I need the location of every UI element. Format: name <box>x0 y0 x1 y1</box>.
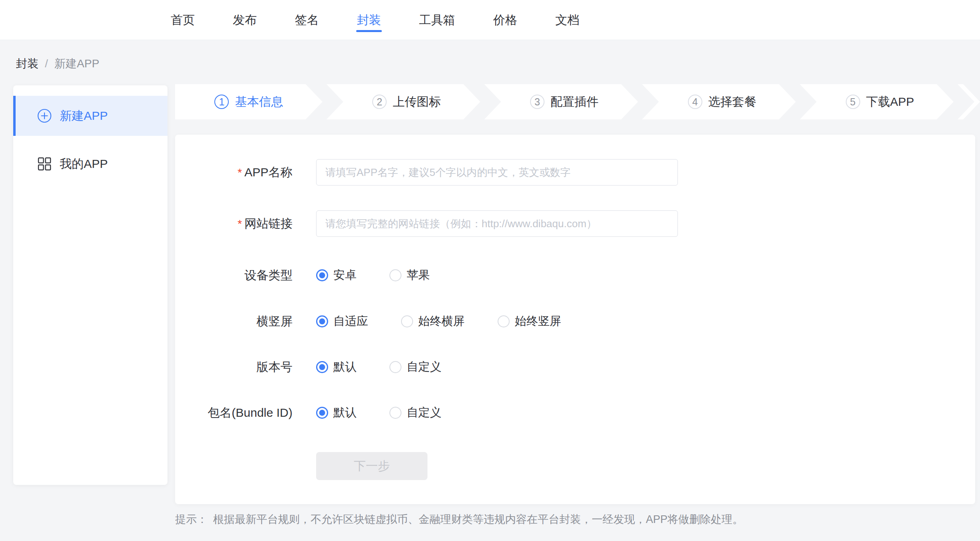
site-url-label: *网站链接 <box>175 216 292 232</box>
radio-selected-icon <box>316 315 328 327</box>
version-radio-group: 默认 自定义 <box>316 359 442 375</box>
radio-always-portrait[interactable]: 始终竖屏 <box>498 313 561 329</box>
top-nav-bar: 首页 发布 签名 封装 工具箱 价格 文档 <box>0 0 980 40</box>
hint-prefix: 提示： <box>175 513 208 525</box>
sidebar-item-new-app[interactable]: 新建APP <box>13 96 167 136</box>
radio-bundle-custom[interactable]: 自定义 <box>389 405 442 421</box>
nav-item-pricing[interactable]: 价格 <box>493 0 517 40</box>
hint-body: 根据最新平台规则，不允许区块链虚拟币、金融理财类等违规内容在平台封装，一经发现，… <box>213 513 743 525</box>
app-name-label: *APP名称 <box>175 164 292 181</box>
breadcrumb-current: 新建APP <box>54 56 99 71</box>
nav-item-package[interactable]: 封装 <box>357 0 381 40</box>
device-type-label: 设备类型 <box>175 267 292 284</box>
step-5-download-app[interactable]: 5 下载APP <box>800 84 954 119</box>
nav-item-label: 封装 <box>357 12 381 28</box>
radio-always-landscape[interactable]: 始终横屏 <box>401 313 465 329</box>
radio-label: 默认 <box>333 359 357 375</box>
steps-wizard: 1 基本信息 2 上传图标 3 配置插件 4 选择套餐 5 下载APP <box>175 84 980 119</box>
step-4-select-plan[interactable]: 4 选择套餐 <box>642 84 796 119</box>
step-label: 下载APP <box>866 94 914 110</box>
radio-bundle-default[interactable]: 默认 <box>316 405 357 421</box>
radio-selected-icon <box>316 269 328 281</box>
radio-version-default[interactable]: 默认 <box>316 359 357 375</box>
radio-label: 始终横屏 <box>418 313 465 329</box>
radio-label: 自适应 <box>333 313 368 329</box>
radio-label: 苹果 <box>407 267 430 283</box>
radio-label: 自定义 <box>407 405 442 421</box>
required-asterisk: * <box>238 218 242 230</box>
form-row-bundle-id: 包名(Bundle ID) 默认 自定义 <box>175 400 442 426</box>
bundle-id-radio-group: 默认 自定义 <box>316 405 442 421</box>
breadcrumb-section[interactable]: 封装 <box>16 56 38 71</box>
radio-selected-icon <box>316 407 328 419</box>
radio-selected-icon <box>316 361 328 373</box>
step-1-basic-info[interactable]: 1 基本信息 <box>175 84 323 119</box>
step-number: 5 <box>846 95 860 109</box>
breadcrumb: 封装 / 新建APP <box>16 56 99 71</box>
radio-label: 始终竖屏 <box>515 313 561 329</box>
step-2-upload-icon[interactable]: 2 上传图标 <box>327 84 480 119</box>
nav-item-docs[interactable]: 文档 <box>555 0 579 40</box>
form-row-version: 版本号 默认 自定义 <box>175 354 442 380</box>
nav-item-sign[interactable]: 签名 <box>295 0 319 40</box>
radio-version-custom[interactable]: 自定义 <box>389 359 442 375</box>
next-step-button[interactable]: 下一步 <box>316 452 427 480</box>
steps-filler-arrow <box>958 84 980 119</box>
radio-label: 安卓 <box>333 267 357 283</box>
radio-auto-adapt[interactable]: 自适应 <box>316 313 368 329</box>
radio-unselected-icon <box>389 407 401 419</box>
radio-label: 自定义 <box>407 359 442 375</box>
device-type-radio-group: 安卓 苹果 <box>316 267 430 283</box>
plus-circle-icon <box>37 109 52 123</box>
sidebar-item-my-app[interactable]: 我的APP <box>13 144 167 184</box>
step-number: 3 <box>530 95 544 109</box>
step-3-configure-plugins[interactable]: 3 配置插件 <box>484 84 638 119</box>
form-row-app-name: *APP名称 <box>175 159 678 186</box>
sidebar-item-label: 新建APP <box>60 108 108 124</box>
step-label: 选择套餐 <box>708 94 756 110</box>
site-url-input[interactable] <box>316 210 678 237</box>
step-label: 基本信息 <box>235 94 283 110</box>
version-label: 版本号 <box>175 359 292 375</box>
app-name-input[interactable] <box>316 159 678 186</box>
sidebar-item-label: 我的APP <box>60 156 108 172</box>
orientation-radio-group: 自适应 始终横屏 始终竖屏 <box>316 313 561 329</box>
required-asterisk: * <box>238 166 242 179</box>
grid-icon <box>37 157 52 171</box>
nav-item-home[interactable]: 首页 <box>171 0 195 40</box>
radio-label: 默认 <box>333 405 357 421</box>
bundle-id-label: 包名(Bundle ID) <box>175 405 292 421</box>
form-card: *APP名称 *网站链接 设备类型 安卓 苹果 横竖屏 <box>175 135 975 504</box>
radio-unselected-icon <box>401 315 413 327</box>
step-number: 2 <box>372 95 387 109</box>
radio-unselected-icon <box>389 361 401 373</box>
radio-unselected-icon <box>389 269 401 281</box>
form-row-site-url: *网站链接 <box>175 210 678 237</box>
form-row-orientation: 横竖屏 自适应 始终横屏 始终竖屏 <box>175 308 561 335</box>
radio-ios[interactable]: 苹果 <box>389 267 430 283</box>
radio-android[interactable]: 安卓 <box>316 267 357 283</box>
step-label: 配置插件 <box>550 94 599 110</box>
orientation-label: 横竖屏 <box>175 313 292 330</box>
form-row-device-type: 设备类型 安卓 苹果 <box>175 262 430 289</box>
breadcrumb-separator: / <box>45 57 48 70</box>
nav-item-toolbox[interactable]: 工具箱 <box>419 0 455 40</box>
nav-item-publish[interactable]: 发布 <box>233 0 257 40</box>
main-nav: 首页 发布 签名 封装 工具箱 价格 文档 <box>171 0 579 40</box>
hint-text: 提示：根据最新平台规则，不允许区块链虚拟币、金融理财类等违规内容在平台封装，一经… <box>175 512 743 527</box>
radio-unselected-icon <box>498 315 510 327</box>
active-tab-underline <box>356 30 382 32</box>
step-number: 1 <box>214 95 229 109</box>
step-number: 4 <box>688 95 702 109</box>
sidebar: 新建APP 我的APP <box>13 85 167 485</box>
step-label: 上传图标 <box>393 94 441 110</box>
